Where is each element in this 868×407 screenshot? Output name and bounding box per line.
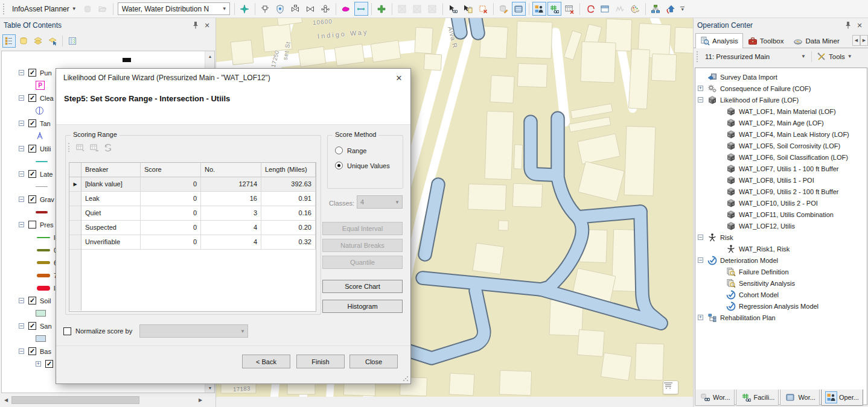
- collapse-icon[interactable]: –: [19, 95, 24, 101]
- scrollbar-thumb[interactable]: [11, 396, 139, 404]
- tree-item[interactable]: +Rehabilitation Plan: [695, 312, 867, 323]
- back-button[interactable]: < Back: [242, 355, 290, 368]
- checkbox-checked[interactable]: ✓: [28, 195, 36, 203]
- valve-box-icon[interactable]: [289, 2, 302, 16]
- collapse-icon[interactable]: –: [19, 323, 24, 329]
- refresh-icon[interactable]: [102, 142, 113, 153]
- toc-horizontal-scrollbar[interactable]: ◀ ▶: [1, 395, 205, 405]
- table-x-icon[interactable]: [563, 2, 576, 16]
- list-by-visibility-icon[interactable]: [31, 34, 45, 48]
- layer-label[interactable]: Tan: [40, 120, 51, 127]
- radio-icon[interactable]: [335, 147, 343, 154]
- tree-item-label[interactable]: Likelihood of Failure (LOF): [720, 96, 799, 104]
- tree-item[interactable]: –Deterioration Model: [695, 254, 867, 266]
- tree-item-label[interactable]: Deterioration Model: [720, 257, 778, 264]
- grid-cell[interactable]: Unverifiable: [81, 235, 141, 250]
- legend-line-symbol[interactable]: [37, 261, 50, 264]
- clear-selection-icon[interactable]: [476, 2, 490, 16]
- drawers-icon[interactable]: [512, 2, 526, 16]
- tree-item-label[interactable]: Risk: [720, 234, 733, 241]
- checkbox-checked[interactable]: ✓: [28, 170, 36, 178]
- dialog-title-bar[interactable]: Likelihood Of Failure Wizard (Pressurize…: [56, 69, 410, 87]
- grid-cell[interactable]: 0: [141, 192, 201, 206]
- scoring-grid[interactable]: BreakerScoreNo.Length (Miles)▶[blank val…: [69, 162, 316, 312]
- tree-item[interactable]: WAT_LOF4, Main Leak History (LOF): [695, 128, 867, 140]
- pin-icon[interactable]: [191, 21, 200, 30]
- radio-option[interactable]: Unique Values: [328, 158, 403, 173]
- line-symbol[interactable]: [36, 211, 48, 213]
- tree-item[interactable]: Survey Data Import: [695, 71, 867, 83]
- window-icon[interactable]: [598, 2, 612, 16]
- row-selector[interactable]: [69, 192, 81, 206]
- meter-icon[interactable]: [273, 2, 287, 16]
- tree-item[interactable]: WAT_LOF11, Utilis Combination: [695, 209, 867, 220]
- grid-row[interactable]: ▶[blank value]012714392.63: [69, 177, 316, 192]
- tree-item-label[interactable]: WAT_Risk1, Risk: [739, 245, 790, 253]
- expand-icon[interactable]: +: [36, 361, 41, 367]
- grid-cell[interactable]: 0.20: [261, 221, 316, 235]
- grid-cell[interactable]: 392.63: [261, 177, 316, 192]
- checkbox-checked[interactable]: ✓: [45, 360, 53, 368]
- tree-item-label[interactable]: Cohort Model: [739, 291, 779, 298]
- tree-item-label[interactable]: WAT_LOF11, Utilis Combination: [739, 211, 834, 218]
- tools-menu-button[interactable]: Tools ▼: [814, 52, 855, 62]
- fill-symbol[interactable]: [123, 58, 131, 62]
- grid-cell[interactable]: 0: [141, 206, 201, 221]
- histogram-button[interactable]: Histogram: [322, 300, 403, 313]
- grid-cell[interactable]: [blank value]: [81, 177, 141, 192]
- scroll-up-icon[interactable]: ▲: [205, 51, 215, 61]
- infoasset-planner-menu[interactable]: InfoAsset Planner▼: [8, 3, 80, 15]
- valve-icon[interactable]: [304, 2, 318, 16]
- fill-symbol[interactable]: [36, 335, 46, 342]
- expand-icon[interactable]: +: [698, 315, 703, 320]
- tree-item-label[interactable]: Failure Definition: [739, 268, 789, 276]
- grid-cell[interactable]: 0.32: [261, 235, 316, 250]
- checkbox-checked[interactable]: ✓: [28, 322, 36, 330]
- checkbox-checked[interactable]: ✓: [28, 94, 36, 102]
- grid-row[interactable]: Suspected040.20: [69, 221, 316, 235]
- bottom-tab-oper[interactable]: Oper...: [821, 390, 863, 406]
- checkbox-checked[interactable]: ✓: [28, 145, 36, 153]
- grid-cell[interactable]: 16: [201, 192, 261, 206]
- junction-icon[interactable]: [258, 2, 272, 16]
- scroll-down-icon[interactable]: ▼: [205, 383, 215, 393]
- list-by-selection-icon[interactable]: [46, 34, 59, 48]
- scroll-left-icon[interactable]: ◀: [1, 396, 11, 405]
- grid-cell[interactable]: 0: [141, 177, 201, 192]
- flowchart-icon[interactable]: [649, 2, 663, 16]
- tree-item[interactable]: –Risk: [695, 232, 867, 243]
- grid-row[interactable]: Quiet030.16: [69, 206, 316, 221]
- collapse-icon[interactable]: –: [19, 70, 24, 75]
- analysis-selector-combo[interactable]: 11: Pressurized Main ▼: [702, 50, 809, 63]
- tree-item[interactable]: WAT_LOF8, Utilis 1 - POI: [695, 174, 867, 186]
- map-notes-button[interactable]: [663, 380, 678, 394]
- tree-item[interactable]: WAT_LOF6, Soil Classification (LOF): [695, 151, 867, 163]
- checkbox-checked[interactable]: ✓: [28, 119, 36, 127]
- finish-button[interactable]: Finish: [296, 355, 345, 368]
- tree-item-label[interactable]: WAT_LOF5, Soil Corrosivity (LOF): [739, 142, 840, 150]
- tree-item-label[interactable]: WAT_LOF7, Utilis 1 - 100 ft Buffer: [739, 165, 838, 172]
- collapse-icon[interactable]: –: [19, 298, 24, 303]
- legend-line-symbol[interactable]: [37, 249, 50, 251]
- tree-item[interactable]: WAT_LOF10, Utilis 2 - POI: [695, 197, 867, 209]
- scroll-left-icon[interactable]: ◀: [852, 35, 860, 46]
- cylinder-red-icon[interactable]: [583, 2, 597, 16]
- toolbar-overflow-button[interactable]: ▼: [678, 2, 687, 16]
- close-icon[interactable]: ✕: [202, 21, 212, 30]
- tree-item[interactable]: WAT_LOF7, Utilis 1 - 100 ft Buffer: [695, 163, 867, 174]
- tree-item[interactable]: WAT_LOF1, Main Material (LOF): [695, 106, 867, 117]
- tree-item-label[interactable]: WAT_LOF10, Utilis 2 - POI: [739, 200, 818, 207]
- legend-line-symbol[interactable]: [37, 237, 50, 238]
- tree-item[interactable]: WAT_LOF5, Soil Corrosivity (LOF): [695, 140, 867, 151]
- tree-item-label[interactable]: Rehabilitation Plan: [720, 314, 776, 321]
- grid-cell[interactable]: 0: [141, 235, 201, 250]
- expand-icon[interactable]: +: [698, 86, 703, 91]
- grid-cell[interactable]: 0.91: [261, 192, 316, 206]
- grid-header-cell[interactable]: Score: [141, 163, 201, 177]
- checkbox-checked[interactable]: ✓: [28, 69, 36, 77]
- polygon-pink-icon[interactable]: [339, 2, 353, 16]
- grid-row[interactable]: Unverifiable040.32: [69, 235, 316, 250]
- collapse-icon[interactable]: –: [698, 97, 703, 103]
- close-button[interactable]: Close: [349, 355, 398, 368]
- tree-item[interactable]: +Consequence of Failure (COF): [695, 83, 867, 94]
